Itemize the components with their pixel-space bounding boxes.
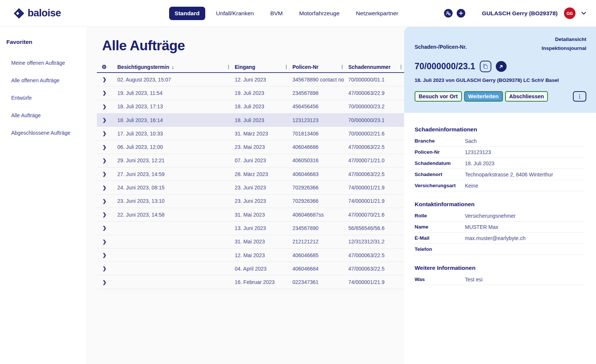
row-expand-chevron-icon[interactable]: ❯ xyxy=(97,252,117,258)
table-row[interactable]: ❯17. Juli 2023, 10:3331. März 2023701813… xyxy=(97,127,404,140)
main-area: Alle Aufträge ⚙ Besichtigungstermin↓ Ein… xyxy=(86,27,404,364)
cell-policen-nr: 234567890 xyxy=(292,225,348,231)
section-schadeninformationen: SchadeninformationenBrancheSachPolicen-N… xyxy=(415,126,585,191)
table-row[interactable]: ❯16. Februar 202302234736174/000001/21.9 xyxy=(97,275,404,289)
row-expand-chevron-icon[interactable]: ❯ xyxy=(97,185,117,191)
table-row[interactable]: ❯04. April 202340604668447/000063/22.5 xyxy=(97,262,404,275)
sidebar-item-meine-offenen-auftr-ge[interactable]: Meine offenen Aufträge xyxy=(6,54,86,72)
section-title: Weitere Informationen xyxy=(415,265,585,274)
cell-eingang: 31. Mai 2023 xyxy=(235,212,292,218)
table-settings-gear-icon[interactable]: ⚙ xyxy=(97,64,117,70)
section-title: Schadeninformationen xyxy=(415,126,585,135)
table-row[interactable]: ❯22. Juni 2023, 14:5831. Mai 20234060466… xyxy=(97,208,404,221)
sidebar-item-entw-rfe[interactable]: Entwürfe xyxy=(6,89,86,107)
cell-eingang: 18. Juli 2023 xyxy=(235,103,292,109)
row-expand-chevron-icon[interactable]: ❯ xyxy=(97,131,117,136)
cell-policen-nr: 234567898 xyxy=(292,90,348,96)
add-icon[interactable] xyxy=(457,9,465,17)
row-expand-chevron-icon[interactable]: ❯ xyxy=(97,77,117,82)
table-row[interactable]: ❯18. Juli 2023, 17:1318. Juli 2023456456… xyxy=(97,100,404,114)
row-expand-chevron-icon[interactable]: ❯ xyxy=(97,225,117,231)
detailansicht-link[interactable]: Detailansicht xyxy=(555,36,586,42)
avatar[interactable]: GG xyxy=(564,7,576,19)
info-label: E-Mail xyxy=(415,235,465,241)
row-expand-chevron-icon[interactable]: ❯ xyxy=(97,171,117,177)
info-label: Was xyxy=(415,277,465,282)
cell-besichtigungstermin: 06. Juli 2023, 12:00 xyxy=(117,144,235,150)
cell-eingang: 23. Juni 2023 xyxy=(235,198,292,204)
user-name[interactable]: GULASCH Gerry (BO29378) xyxy=(482,10,558,17)
cell-schadennummer: 74/000001/21.9 xyxy=(348,198,404,204)
besuch-vor-ort-button[interactable]: Besuch vor Ort xyxy=(415,91,462,102)
cell-schadennummer: 47/000063/22.5 xyxy=(348,144,404,150)
copy-icon[interactable] xyxy=(480,61,491,72)
table-row[interactable]: ❯24. Juni 2023, 08:1523. Juni 2023702926… xyxy=(97,181,404,194)
sidebar-item-abgeschlossene-auftr-ge[interactable]: Abgeschlossene Aufträge xyxy=(6,124,86,142)
info-row-branche: BrancheSach xyxy=(415,135,585,147)
chevron-down-icon[interactable] xyxy=(581,10,586,16)
cell-eingang: 19. Juli 2023 xyxy=(235,90,292,96)
cell-schadennummer: 74/000001/21.9 xyxy=(348,185,404,191)
sort-descending-icon[interactable]: ↓ xyxy=(171,64,174,70)
info-row-schadenort: SchadenortTechnoparkstrasse 2, 8406 Wint… xyxy=(415,169,585,180)
nav-tab-bvm[interactable]: BVM xyxy=(264,7,288,20)
table-row[interactable]: ❯23. Juni 2023, 13:1023. Juni 2023702926… xyxy=(97,195,404,208)
cell-policen-nr: 123123123 xyxy=(292,117,348,123)
table-row[interactable]: ❯18. Juli 2023, 16:1418. Juli 2023123123… xyxy=(97,114,404,127)
cell-eingang: 12. Juni 2023 xyxy=(235,77,292,83)
section-kontaktinformationen: KontaktinformationenRolleVersicherungsne… xyxy=(415,201,585,255)
cell-eingang: 28. März 2023 xyxy=(235,171,292,177)
cell-schadennummer: 47/000071/21.0 xyxy=(348,157,404,163)
row-expand-chevron-icon[interactable]: ❯ xyxy=(97,104,117,109)
baloise-logo[interactable]: baloise xyxy=(13,7,61,19)
column-header-besichtigungstermin[interactable]: Besichtigungstermin↓ xyxy=(117,64,235,70)
info-label: Rolle xyxy=(415,213,465,218)
table-row[interactable]: ❯02. August 2023, 15:0712. Juni 20233456… xyxy=(97,73,404,86)
table-row[interactable]: ❯06. Juli 2023, 12:0023. Mai 20234060466… xyxy=(97,140,404,154)
info-label: Policen-Nr xyxy=(415,149,465,155)
nav-tab-standard[interactable]: Standard xyxy=(169,7,205,20)
cell-policen-nr: 022347361 xyxy=(292,279,348,285)
table-row[interactable]: ❯12. Mai 202340604668547/000063/22.5 xyxy=(97,249,404,262)
nav-tab-unfall-kranken[interactable]: Unfall/Kranken xyxy=(210,7,260,20)
nav-tab-netzwerkpartner[interactable]: Netzwerkpartner xyxy=(351,7,404,20)
row-expand-chevron-icon[interactable]: ❯ xyxy=(97,117,117,123)
column-header-policen-nr[interactable]: Policen-Nr xyxy=(292,64,348,70)
table-row[interactable]: ❯13. Juni 202323456789056/656546/56.6 xyxy=(97,221,404,235)
row-expand-chevron-icon[interactable]: ❯ xyxy=(97,158,117,163)
info-row-name: NameMUSTER Max xyxy=(415,221,585,233)
page-title: Alle Aufträge xyxy=(102,38,404,54)
nav-tab-motorfahrzeuge[interactable]: Motorfahrzeuge xyxy=(294,7,345,20)
sidebar-item-alle-offenen-auftr-ge[interactable]: Alle offenen Aufträge xyxy=(6,72,86,89)
cell-eingang: 16. Februar 2023 xyxy=(235,279,292,285)
table-row[interactable]: ❯31. Mai 202321212121212/312312/31.2 xyxy=(97,235,404,249)
section-weitere-informationen: Weitere InformationenWasTest esi xyxy=(415,265,585,285)
row-expand-chevron-icon[interactable]: ❯ xyxy=(97,239,117,245)
table-row[interactable]: ❯29. Juni 2023, 12:2107. Juni 2023406050… xyxy=(97,154,404,167)
row-expand-chevron-icon[interactable]: ❯ xyxy=(97,198,117,204)
abschliessen-button[interactable]: Abschliessen xyxy=(505,91,548,102)
cell-schadennummer: 12/312312/31.2 xyxy=(348,239,404,245)
info-row-schadendatum: Schadendatum18. Juli 2023 xyxy=(415,158,585,169)
inspektionsjournal-link[interactable]: Inspektionsjournal xyxy=(542,45,586,51)
sidebar-item-alle-auftr-ge[interactable]: Alle Aufträge xyxy=(6,107,86,124)
row-expand-chevron-icon[interactable]: ❯ xyxy=(97,144,117,150)
column-header-eingang[interactable]: Eingang xyxy=(235,64,292,70)
row-expand-chevron-icon[interactable]: ❯ xyxy=(97,212,117,217)
table-row[interactable]: ❯19. Juli 2023, 11:5419. Juli 2023234567… xyxy=(97,86,404,100)
table-row[interactable]: ❯27. Juni 2023, 14:5928. März 2023406046… xyxy=(97,167,404,181)
column-header-schadennummer[interactable]: Schadennummer xyxy=(348,64,404,70)
cell-besichtigungstermin: 19. Juli 2023, 11:54 xyxy=(117,90,235,96)
open-external-icon[interactable] xyxy=(496,61,507,72)
claim-policy-label: Schaden-/Policen-Nr. xyxy=(415,44,467,51)
row-expand-chevron-icon[interactable]: ❯ xyxy=(97,90,117,96)
primary-nav: StandardUnfall/KrankenBVMMotorfahrzeugeN… xyxy=(169,7,404,20)
info-row-e-mail: E-Mailmax.muster@earlybyte.ch xyxy=(415,233,585,244)
column-divider xyxy=(286,65,287,69)
more-actions-kebab-icon[interactable]: ⋮ xyxy=(573,91,586,102)
weiterleiten-button[interactable]: Weiterleiten xyxy=(464,91,503,102)
cell-besichtigungstermin: 24. Juni 2023, 08:15 xyxy=(117,185,235,191)
row-expand-chevron-icon[interactable]: ❯ xyxy=(97,266,117,271)
row-expand-chevron-icon[interactable]: ❯ xyxy=(97,280,117,285)
contacts-search-icon[interactable] xyxy=(444,9,453,17)
